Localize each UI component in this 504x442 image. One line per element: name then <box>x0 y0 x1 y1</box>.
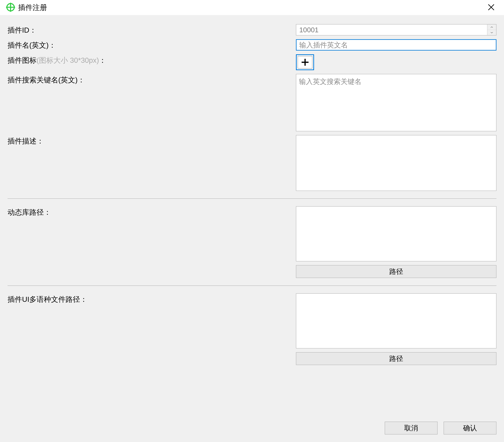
label-plugin-icon-prefix: 插件图标 <box>8 56 36 64</box>
close-icon <box>487 3 495 11</box>
add-icon-inner <box>298 56 312 68</box>
row-description: 插件描述： <box>8 135 496 191</box>
lib-path-button[interactable]: 路径 <box>296 265 496 278</box>
chevron-up-icon <box>490 26 493 28</box>
plugin-id-input[interactable] <box>296 24 487 35</box>
divider-2 <box>8 286 496 286</box>
lib-path-textarea[interactable] <box>296 206 496 261</box>
row-plugin-id: 插件ID： <box>8 24 496 35</box>
ui-path-textarea[interactable] <box>296 293 496 348</box>
plugin-id-spinner[interactable] <box>296 24 496 35</box>
label-plugin-id: 插件ID： <box>8 24 296 35</box>
chevron-down-icon <box>490 32 493 33</box>
divider-1 <box>8 198 496 199</box>
row-plugin-icon: 插件图标(图标大小 30*30px)： <box>8 54 496 70</box>
close-button[interactable] <box>484 2 498 13</box>
label-description: 插件描述： <box>8 135 296 146</box>
row-plugin-name: 插件名(英文)： <box>8 39 496 51</box>
titlebar-left: 插件注册 <box>6 3 47 12</box>
spinner-down-button[interactable] <box>487 30 496 35</box>
label-plugin-icon: 插件图标(图标大小 30*30px)： <box>8 54 296 65</box>
plus-icon <box>301 58 309 66</box>
confirm-button[interactable]: 确认 <box>444 422 496 434</box>
plugin-name-input[interactable] <box>296 39 496 51</box>
label-plugin-name: 插件名(英文)： <box>8 39 296 50</box>
label-plugin-icon-hint: (图标大小 30*30px) <box>36 56 99 64</box>
window-title: 插件注册 <box>18 3 47 12</box>
label-lib-path: 动态库路径： <box>8 206 296 217</box>
add-icon-button[interactable] <box>296 54 314 70</box>
row-lib-path: 动态库路径： 路径 <box>8 206 496 278</box>
titlebar: 插件注册 <box>0 0 504 15</box>
dialog-footer: 取消 确认 <box>0 417 504 442</box>
label-ui-path: 插件UI多语种文件路径： <box>8 293 296 304</box>
form-content: 插件ID： 插件名(英文)： <box>0 15 504 417</box>
search-key-textarea[interactable] <box>296 74 496 131</box>
row-search-key: 插件搜索关键名(英文)： <box>8 74 496 131</box>
label-search-key: 插件搜索关键名(英文)： <box>8 74 296 85</box>
app-icon <box>6 3 15 12</box>
row-ui-path: 插件UI多语种文件路径： 路径 <box>8 293 496 365</box>
plugin-register-dialog: 插件注册 插件ID： <box>0 0 504 442</box>
cancel-button[interactable]: 取消 <box>385 422 438 434</box>
spinner-buttons <box>487 24 496 35</box>
label-plugin-icon-suffix: ： <box>99 56 106 64</box>
spinner-up-button[interactable] <box>487 24 496 30</box>
ui-path-button[interactable]: 路径 <box>296 352 496 365</box>
description-textarea[interactable] <box>296 135 496 191</box>
